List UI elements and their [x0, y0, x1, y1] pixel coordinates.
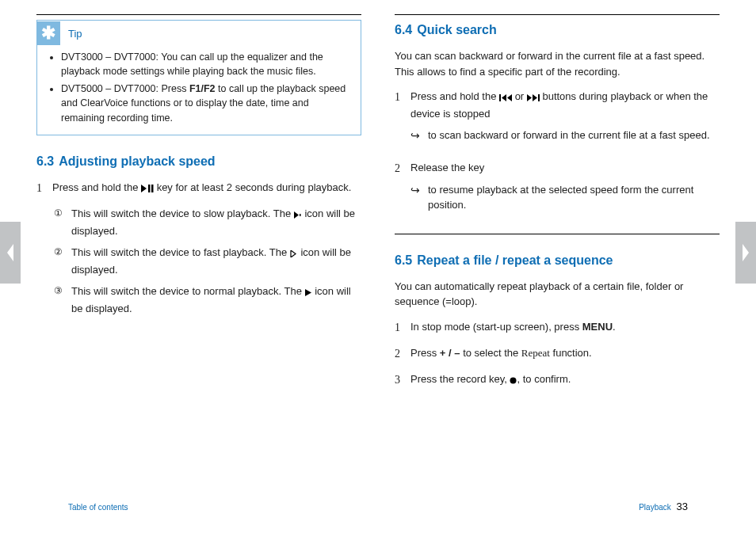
step-number: 3: [395, 371, 410, 388]
paragraph: You can scan backward or forward in the …: [395, 48, 720, 79]
text: function.: [550, 347, 592, 359]
step-number: 2: [395, 160, 410, 177]
rule: [36, 14, 361, 15]
result: ↪ to resume playback at the selected spe…: [410, 182, 720, 213]
step: 2 Release the key ↪ to resume playback a…: [395, 160, 720, 219]
asterisk-icon: ✱: [36, 21, 60, 45]
svg-rect-1: [499, 94, 501, 101]
text-bold: MENU: [582, 321, 613, 333]
tip-box: ✱ Tip DVT3000 – DVT7000: You can call up…: [36, 20, 361, 135]
substep-marker: ③: [54, 284, 71, 298]
text: In stop mode (start-up screen), press: [410, 321, 582, 333]
substep-body: This will switch the device to fast play…: [71, 245, 361, 277]
text: .: [613, 321, 616, 333]
step-body: In stop mode (start-up screen), press ME…: [410, 319, 720, 335]
text: This will switch the device to normal pl…: [71, 285, 305, 297]
result: ↪ to scan backward or forward in the cur…: [410, 128, 720, 144]
section-title: Adjusting playback speed: [59, 154, 215, 168]
footer-right: Playback 33: [639, 501, 688, 512]
section-number: 6.4: [395, 23, 412, 36]
chevron-left-icon: [5, 242, 16, 263]
svg-point-3: [510, 377, 517, 383]
result-arrow-icon: ↪: [410, 182, 428, 199]
text-bold: F1/F2: [189, 83, 216, 94]
page-number: 33: [677, 501, 688, 512]
section-title: Quick search: [417, 23, 497, 36]
step-number: 2: [395, 345, 410, 362]
substep: ② This will switch the device to fast pl…: [54, 245, 361, 277]
substep: ③ This will switch the device to normal …: [54, 284, 361, 316]
page-footer: Table of contents Playback 33: [68, 501, 688, 512]
substep-body: This will switch the device to normal pl…: [71, 284, 361, 316]
text: DVT3000 – DVT7000: You can call up the e…: [61, 51, 323, 77]
step-body: Press and hold the key for at least 2 se…: [52, 180, 361, 197]
tip-body: DVT3000 – DVT7000: You can call up the e…: [37, 48, 361, 135]
text: This will switch the device to fast play…: [71, 246, 290, 258]
step-body: Press + / – to select the Repeat functio…: [410, 345, 720, 361]
result-arrow-icon: ↪: [410, 128, 428, 144]
text: Release the key: [410, 162, 484, 173]
rewind-icon: [499, 90, 512, 106]
step-number: 1: [395, 319, 410, 336]
section-number: 6.5: [395, 253, 412, 267]
text: key for at least 2 seconds during playba…: [154, 181, 351, 193]
step-number: 1: [395, 89, 410, 105]
substep-marker: ①: [54, 206, 71, 220]
text: Press the record key,: [410, 373, 510, 385]
step: 1 Press and hold the or buttons during p…: [395, 89, 720, 150]
left-column: ✱ Tip DVT3000 – DVT7000: You can call up…: [32, 14, 366, 533]
right-column: 6.4Quick search You can scan backward or…: [390, 14, 724, 533]
text-bold: + / –: [440, 347, 460, 359]
section-title: Repeat a file / repeat a sequence: [417, 253, 613, 267]
tip-header: ✱ Tip: [37, 21, 361, 48]
fast-play-icon: [290, 246, 298, 262]
section-link[interactable]: Playback: [639, 503, 671, 512]
slow-play-icon: [294, 207, 302, 223]
text: Press and hold the: [410, 90, 499, 102]
text: or: [512, 90, 527, 102]
tip-label: Tip: [68, 28, 82, 40]
rule: [395, 234, 720, 234]
text: This will switch the device to slow play…: [71, 207, 294, 219]
svg-rect-0: [300, 214, 301, 216]
step: 1 In stop mode (start-up screen), press …: [395, 319, 720, 336]
substep: ① This will switch the device to slow pl…: [54, 206, 361, 238]
substep-marker: ②: [54, 245, 71, 259]
chevron-right-icon: [740, 242, 751, 263]
play-icon: [305, 285, 312, 301]
step-body: Press the record key, , to confirm.: [410, 371, 720, 389]
fast-forward-icon: [527, 90, 540, 106]
step-body: Press and hold the or buttons during pla…: [410, 89, 720, 150]
tip-item: DVT3000 – DVT7000: You can call up the e…: [61, 50, 353, 78]
section-number: 6.3: [36, 154, 54, 168]
text: , to confirm.: [517, 373, 571, 385]
step-number: 1: [36, 180, 52, 196]
prev-page-button[interactable]: [0, 222, 21, 284]
page-content: ✱ Tip DVT3000 – DVT7000: You can call up…: [32, 0, 724, 533]
text-function: Repeat: [521, 347, 550, 359]
heading-6-5: 6.5Repeat a file / repeat a sequence: [395, 253, 720, 268]
text: to scan backward or forward in the curre…: [428, 128, 720, 143]
toc-link[interactable]: Table of contents: [68, 503, 128, 512]
text: to select the: [460, 347, 521, 359]
paragraph: You can automatically repeat playback of…: [395, 279, 720, 310]
text: Press: [410, 347, 440, 359]
text: to resume playback at the selected speed…: [428, 182, 720, 213]
text: DVT5000 – DVT7000: Press: [61, 83, 189, 94]
heading-6-3: 6.3Adjusting playback speed: [36, 154, 361, 169]
play-pause-icon: [141, 181, 154, 197]
heading-6-4: 6.4Quick search: [395, 23, 720, 37]
step: 1 Press and hold the key for at least 2 …: [36, 180, 361, 197]
rule: [395, 14, 720, 15]
step-body: Release the key ↪ to resume playback at …: [410, 160, 720, 219]
step: 3 Press the record key, , to confirm.: [395, 371, 720, 389]
text: Press and hold the: [52, 181, 141, 193]
substep-body: This will switch the device to slow play…: [71, 206, 361, 238]
step: 2 Press + / – to select the Repeat funct…: [395, 345, 720, 362]
tip-item: DVT5000 – DVT7000: Press F1/F2 to call u…: [61, 82, 353, 124]
next-page-button[interactable]: [735, 222, 756, 284]
